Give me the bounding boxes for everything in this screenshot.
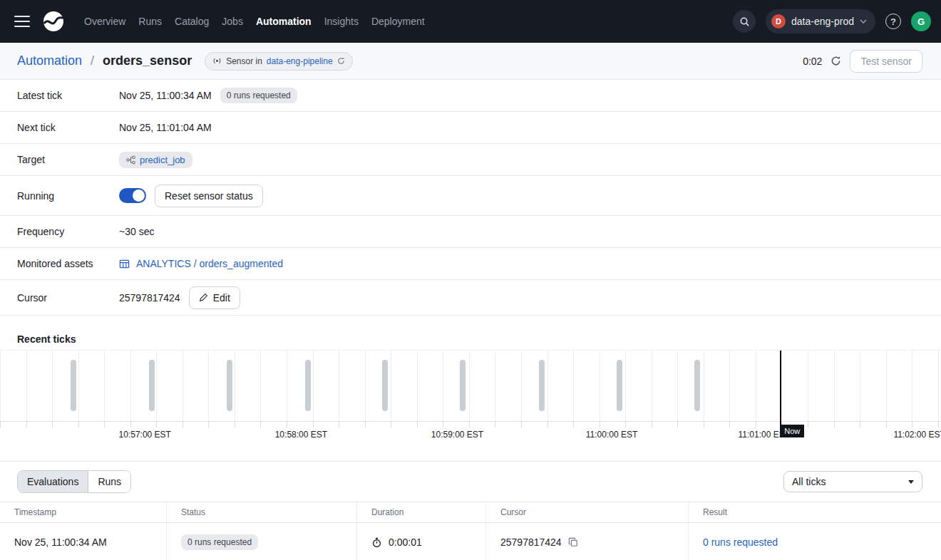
axis-time-label: 10:58:00 EST (275, 430, 327, 440)
user-avatar[interactable]: G (911, 11, 931, 31)
col-cursor: Cursor (485, 502, 688, 522)
edit-cursor-label: Edit (213, 292, 230, 304)
sensor-tick-bar[interactable] (460, 360, 466, 411)
menu-icon[interactable] (10, 9, 34, 33)
stopwatch-icon (371, 537, 382, 548)
nav-items: Overview Runs Catalog Jobs Automation In… (84, 16, 425, 27)
nav-item-overview[interactable]: Overview (84, 16, 125, 27)
test-sensor-button[interactable]: Test sensor (850, 50, 922, 73)
refresh-icon[interactable] (831, 56, 841, 66)
cursor-value: 25797817424 (119, 292, 180, 304)
recent-ticks-title: Recent ticks (0, 316, 941, 345)
now-badge: Now (780, 425, 804, 437)
latest-tick-label: Latest tick (17, 90, 119, 101)
row-timestamp: Nov 25, 11:00:34 AM (14, 536, 107, 548)
tick-filter-select[interactable]: All ticks (783, 471, 922, 492)
tab-evaluations[interactable]: Evaluations (18, 471, 88, 492)
latest-tick-value: Nov 25, 11:00:34 AM (119, 90, 212, 101)
evaluations-table-header: Timestamp Status Duration Cursor Result (0, 502, 941, 523)
recent-ticks-plot (0, 351, 941, 422)
page-header: Automation / orders_sensor Sensor in dat… (0, 43, 941, 80)
target-label: Target (17, 154, 119, 165)
copy-icon[interactable] (568, 537, 578, 547)
col-timestamp: Timestamp (0, 502, 166, 522)
nav-item-insights[interactable]: Insights (324, 16, 359, 27)
sensor-icon (212, 56, 222, 66)
help-icon[interactable]: ? (885, 14, 901, 29)
axis-time-label: 10:59:00 EST (431, 430, 483, 440)
reload-location-icon[interactable] (337, 57, 345, 65)
axis-time-label: 11:00:00 EST (586, 430, 638, 440)
search-button[interactable] (733, 10, 756, 33)
nav-item-jobs[interactable]: Jobs (222, 16, 243, 27)
col-duration: Duration (356, 502, 485, 522)
sensor-details: Latest tick Nov 25, 11:00:34 AM 0 runs r… (0, 80, 941, 316)
reset-sensor-status-button[interactable]: Reset sensor status (155, 185, 263, 207)
sensor-tick-bar[interactable] (227, 360, 232, 411)
recent-ticks-chart: 10:57:00 EST10:58:00 EST10:59:00 EST11:0… (0, 350, 941, 440)
tab-group: Evaluations Runs (17, 470, 131, 493)
code-location-link[interactable]: data-eng-pipeline (267, 56, 333, 66)
detail-row-target: Target predict_job (0, 144, 941, 176)
caret-down-icon (908, 480, 914, 484)
row-status-badge: 0 runs requested (181, 534, 258, 550)
dagster-logo[interactable] (41, 9, 66, 33)
sensor-tick-bar[interactable] (305, 360, 311, 411)
axis-time-label: 11:02:00 EST (893, 430, 941, 440)
sensor-tick-bar[interactable] (539, 360, 545, 411)
sensor-tick-bar[interactable] (71, 360, 76, 411)
search-icon (739, 16, 750, 27)
detail-row-frequency: Frequency ~30 sec (0, 216, 941, 248)
nav-item-deployment[interactable]: Deployment (371, 16, 425, 27)
nav-right: D data-eng-prod ? G (733, 9, 931, 33)
next-tick-value: Nov 25, 11:01:04 AM (119, 122, 212, 133)
detail-row-next-tick: Next tick Nov 25, 11:01:04 AM (0, 112, 941, 144)
page-title: orders_sensor (103, 53, 192, 68)
table-row: Nov 25, 11:00:34 AM 0 runs requested 0:0… (0, 523, 941, 560)
monitored-assets-label: Monitored assets (17, 258, 119, 269)
deployment-switcher[interactable]: D data-eng-prod (766, 9, 875, 33)
frequency-value: ~30 sec (119, 226, 154, 237)
refresh-countdown: 0:02 (803, 56, 822, 67)
detail-row-monitored-assets: Monitored assets ANALYTICS / orders_augm… (0, 248, 941, 280)
sensor-location-badge: Sensor in data-eng-pipeline (205, 52, 352, 71)
detail-row-running: Running Reset sensor status (0, 176, 941, 216)
nav-item-automation[interactable]: Automation (256, 16, 312, 27)
cell-duration: 0:00:01 (356, 523, 485, 560)
sensor-tick-bar[interactable] (382, 360, 388, 411)
detail-row-latest-tick: Latest tick Nov 25, 11:00:34 AM 0 runs r… (0, 80, 941, 112)
next-tick-label: Next tick (17, 122, 119, 133)
deployment-initial-badge: D (771, 14, 786, 28)
latest-tick-status-badge: 0 runs requested (220, 88, 297, 103)
target-job-link[interactable]: predict_job (140, 155, 185, 165)
tab-runs[interactable]: Runs (88, 471, 130, 492)
deployment-name: data-eng-prod (791, 16, 854, 27)
sensor-tick-bar[interactable] (617, 360, 622, 411)
breadcrumb-separator: / (91, 53, 94, 68)
top-nav: Overview Runs Catalog Jobs Automation In… (0, 0, 941, 43)
nav-item-catalog[interactable]: Catalog (175, 16, 209, 27)
running-label: Running (17, 190, 119, 202)
cell-timestamp: Nov 25, 11:00:34 AM (0, 523, 166, 560)
row-cursor: 25797817424 (500, 536, 562, 548)
col-status: Status (166, 502, 356, 522)
frequency-label: Frequency (17, 226, 119, 237)
sensor-tick-bar[interactable] (694, 360, 700, 411)
axis-time-label: 10:57:00 EST (119, 430, 171, 440)
job-icon (126, 155, 135, 165)
tick-filter-value: All ticks (792, 476, 826, 487)
nav-item-runs[interactable]: Runs (138, 16, 162, 27)
edit-cursor-button[interactable]: Edit (189, 286, 240, 309)
row-result-link[interactable]: 0 runs requested (703, 536, 778, 548)
pencil-icon (199, 293, 208, 302)
evaluations-toolbar: Evaluations Runs All ticks (0, 461, 941, 502)
running-toggle[interactable] (119, 188, 146, 203)
cursor-label: Cursor (17, 292, 119, 304)
asset-table-icon (119, 259, 130, 269)
monitored-asset-link[interactable]: ANALYTICS / orders_augmented (136, 258, 283, 269)
breadcrumb-automation-link[interactable]: Automation (17, 53, 82, 68)
cell-status: 0 runs requested (166, 523, 356, 560)
detail-row-cursor: Cursor 25797817424 Edit (0, 280, 941, 316)
sensor-tick-bar[interactable] (149, 360, 155, 411)
target-job-chip[interactable]: predict_job (119, 152, 192, 168)
